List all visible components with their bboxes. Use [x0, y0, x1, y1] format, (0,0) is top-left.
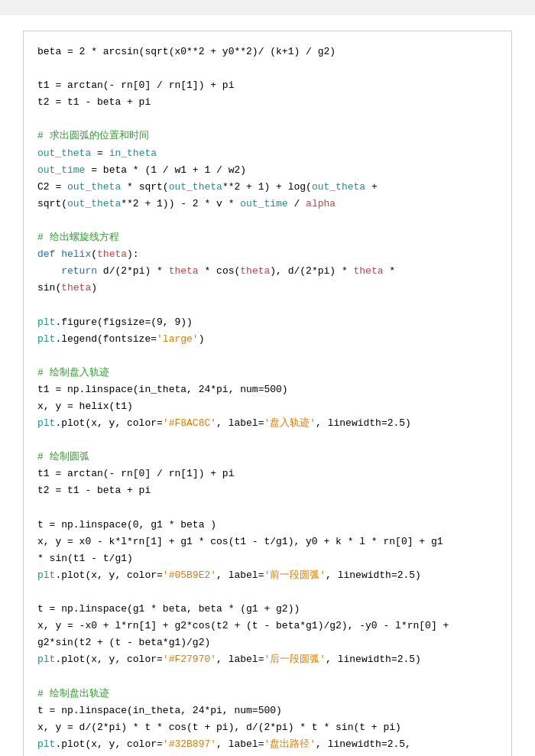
page: beta = 2 * arcsin(sqrt(x0**2 + y0**2)/ (… [0, 15, 535, 756]
code-line-26: t1 = arctan(- rn[0] / rn[1]) + pi [37, 466, 498, 482]
code-line-37: plt.plot(x, y, color='#F27970', label='后… [37, 651, 498, 668]
empty-line [37, 213, 498, 229]
code-line-9: C2 = out_theta * sqrt(out_theta**2 + 1) … [37, 179, 498, 196]
code-line-4: t2 = t1 - beta + pi [37, 94, 498, 111]
code-line-13: def helix(theta): [37, 246, 498, 263]
code-line-43: linestyle='--') [37, 753, 498, 756]
empty-line [37, 668, 498, 685]
empty-line [37, 500, 498, 517]
code-line-40: t = np.linspace(in_theta, 24*pi, num=500… [37, 702, 498, 719]
code-line-14: return d/(2*pi) * theta * cos(theta), d/… [37, 263, 498, 280]
code-line-32: plt.plot(x, y, color='#05B9E2', label='前… [37, 567, 498, 584]
code-line-42: plt.plot(x, y, color='#32B897', label='盘… [37, 736, 498, 753]
code-line-21: t1 = np.linspace(in_theta, 24*pi, num=50… [37, 381, 498, 398]
code-line-18: plt.legend(fontsize='large') [37, 331, 498, 348]
code-line-6: # 求出圆弧的位置和时间 [37, 128, 498, 144]
code-line-3: t1 = arctan(- rn[0] / rn[1]) + pi [37, 77, 498, 94]
code-line-34: t = np.linspace(g1 * beta, beta * (g1 + … [37, 601, 498, 618]
code-line-23: plt.plot(x, y, color='#F8AC8C', label='盘… [37, 415, 498, 432]
empty-line [37, 60, 498, 77]
code-line-25: # 绘制圆弧 [37, 449, 498, 466]
code-block: beta = 2 * arcsin(sqrt(x0**2 + y0**2)/ (… [23, 31, 512, 756]
code-line-8: out_time = beta * (1 / w1 + 1 / w2) [37, 162, 498, 179]
code-line-10: sqrt(out_theta**2 + 1)) - 2 * v * out_ti… [37, 196, 498, 213]
code-line-7: out_theta = in_theta [37, 145, 498, 162]
empty-line [37, 348, 498, 365]
code-line-20: # 绘制盘入轨迹 [37, 365, 498, 381]
empty-line [37, 297, 498, 313]
code-line-22: x, y = helix(t1) [37, 398, 498, 415]
code-line-36: g2*sin(t2 + (t - beta*g1)/g2) [37, 634, 498, 651]
code-line-31: * sin(t1 - t/g1) [37, 550, 498, 567]
empty-line [37, 432, 498, 449]
code-line-27: t2 = t1 - beta + pi [37, 482, 498, 499]
code-line-41: x, y = d/(2*pi) * t * cos(t + pi), d/(2*… [37, 719, 498, 736]
code-line-15: sin(theta) [37, 280, 498, 297]
code-line-29: t = np.linspace(0, g1 * beta ) [37, 517, 498, 534]
empty-line [37, 111, 498, 128]
code-line-39: # 绘制盘出轨迹 [37, 686, 498, 702]
empty-line [37, 584, 498, 601]
code-line-1: beta = 2 * arcsin(sqrt(x0**2 + y0**2)/ (… [37, 44, 498, 60]
code-line-17: plt.figure(figsize=(9, 9)) [37, 314, 498, 331]
code-line-35: x, y = -x0 + l*rn[1] + g2*cos(t2 + (t - … [37, 618, 498, 634]
code-line-30: x, y = x0 - k*l*rn[1] + g1 * cos(t1 - t/… [37, 534, 498, 550]
code-line-12: # 给出螺旋线方程 [37, 229, 498, 246]
